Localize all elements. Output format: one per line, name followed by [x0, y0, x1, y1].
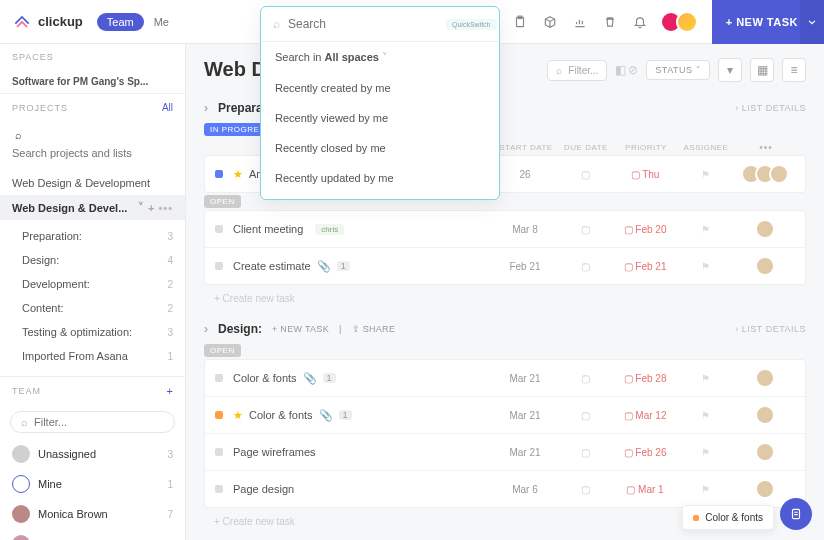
assignees[interactable] — [735, 405, 795, 425]
assignees[interactable] — [735, 479, 795, 499]
list-details[interactable]: › LIST DETAILS — [735, 103, 806, 113]
tag[interactable]: chris — [315, 224, 344, 235]
new-task-dropdown[interactable] — [800, 0, 824, 44]
toggle-icons[interactable]: ◧⊘ — [615, 63, 638, 77]
add-team-icon[interactable]: + — [167, 385, 173, 397]
sidebar-list[interactable]: Development:2 — [0, 272, 185, 296]
filter-icon-button[interactable]: ▾ — [718, 58, 742, 82]
team-filter[interactable]: ⌕ — [10, 411, 175, 433]
search-scope[interactable]: Search in All spaces ˅ — [261, 42, 499, 73]
sidebar-list[interactable]: Design:4 — [0, 248, 185, 272]
sidebar-list[interactable]: Testing & optimization:3 — [0, 320, 185, 344]
priority-flag[interactable]: ⚑ — [675, 410, 735, 421]
logo[interactable]: clickup — [12, 12, 83, 32]
section-share[interactable]: ⇪ SHARE — [352, 324, 396, 334]
task-row[interactable]: Page wireframes Mar 21 ▢ ▢ Feb 26 ⚑ — [205, 434, 805, 471]
priority-flag[interactable]: ⚑ — [675, 484, 735, 495]
task-table: Color & fonts 📎 1 Mar 21 ▢ ▢ Feb 28 ⚑ ★ … — [204, 359, 806, 508]
quickswitch-badge[interactable]: QuickSwitch — [446, 19, 497, 30]
more-icon[interactable]: ••• — [158, 202, 173, 214]
priority-flag[interactable]: ⚑ — [675, 373, 735, 384]
team-filter-input[interactable] — [34, 416, 172, 428]
notepad-fab[interactable] — [780, 498, 812, 530]
list-details[interactable]: › LIST DETAILS — [735, 324, 806, 334]
assignees[interactable] — [735, 256, 795, 276]
due-date[interactable]: ▢ Feb 26 — [615, 447, 675, 458]
assignees[interactable] — [735, 368, 795, 388]
attachment-icon: 📎 — [317, 260, 331, 273]
sidebar-project[interactable]: Web Design & Development — [0, 171, 185, 195]
due-date[interactable]: ▢ Mar 12 — [615, 410, 675, 421]
status-dropdown[interactable]: STATUS ˅ — [646, 60, 710, 80]
search-option[interactable]: Recently viewed by me — [261, 103, 499, 133]
start-date[interactable]: ▢ — [555, 261, 615, 272]
due-date[interactable]: ▢ Feb 21 — [615, 261, 675, 272]
task-table: Client meeting chris Mar 8 ▢ ▢ Feb 20 ⚑ … — [204, 210, 806, 285]
task-row[interactable]: Color & fonts 📎 1 Mar 21 ▢ ▢ Feb 28 ⚑ — [205, 360, 805, 397]
task-row[interactable]: ★ Color & fonts 📎 1 Mar 21 ▢ ▢ Mar 12 ⚑ — [205, 397, 805, 434]
box-icon[interactable] — [542, 14, 558, 30]
plus-icon[interactable]: + — [148, 202, 154, 214]
subtask-count: 1 — [337, 261, 350, 271]
start-date[interactable]: ▢ — [555, 224, 615, 235]
projects-search-input[interactable] — [10, 143, 175, 163]
due-date[interactable]: ▢ Feb 20 — [615, 224, 675, 235]
minimized-task-card[interactable]: Color & fonts — [682, 505, 774, 530]
global-search-input[interactable] — [288, 17, 438, 31]
status-bullet — [215, 485, 223, 493]
breadcrumb[interactable]: Software for PM Gang's Sp... — [0, 70, 185, 94]
search-option[interactable]: Recently created by me — [261, 73, 499, 103]
updated-date: Mar 8 — [495, 224, 555, 235]
chart-icon[interactable] — [572, 14, 588, 30]
assignees[interactable] — [735, 164, 795, 184]
create-task[interactable]: + Create new task — [204, 285, 806, 312]
section-header[interactable]: ›Design:+ NEW TASK|⇪ SHARE› LIST DETAILS — [204, 312, 806, 342]
priority-flag[interactable]: ⚑ — [675, 447, 735, 458]
search-option[interactable]: Recently updated by me — [261, 163, 499, 193]
assignees[interactable] — [735, 442, 795, 462]
bell-icon[interactable] — [632, 14, 648, 30]
sidebar-list[interactable]: Imported From Asana1 — [0, 344, 185, 368]
me-link[interactable]: Me — [154, 16, 169, 28]
projects-search[interactable]: ⌕ — [0, 121, 185, 169]
task-row[interactable]: Create estimate 📎 1 Feb 21 ▢ ▢ Feb 21 ⚑ — [205, 248, 805, 284]
sidebar-project[interactable]: Web Design & Devel...˅+••• — [0, 195, 185, 220]
view-button[interactable]: ▦ — [750, 58, 774, 82]
team-member[interactable]: Unassigned3 — [0, 439, 185, 469]
more-button[interactable]: ≡ — [782, 58, 806, 82]
priority-flag[interactable]: ⚑ — [675, 261, 735, 272]
team-pill[interactable]: Team — [97, 13, 144, 31]
new-task-button[interactable]: + NEW TASK — [712, 0, 812, 44]
more-icon[interactable]: ••• — [736, 142, 796, 153]
priority-flag[interactable]: ⚑ — [675, 224, 735, 235]
sidebar-list[interactable]: Content:2 — [0, 296, 185, 320]
updated-date: Mar 21 — [495, 373, 555, 384]
section-header[interactable]: ›Development:+ NEW TASK|⇪ SHARE› LIST DE… — [204, 535, 806, 540]
user-avatars[interactable] — [666, 11, 698, 33]
sidebar-list[interactable]: Preparation:3 — [0, 224, 185, 248]
section-new-task[interactable]: + NEW TASK — [272, 324, 329, 334]
clipboard-icon[interactable] — [512, 14, 528, 30]
team-member[interactable]: Walter Banks6 — [0, 529, 185, 540]
task-row[interactable]: Page design Mar 6 ▢ ▢ Mar 1 ⚑ — [205, 471, 805, 507]
filter-box[interactable]: ⌕Filter... — [547, 60, 607, 81]
start-date[interactable]: ▢ — [555, 169, 615, 180]
status-pill: OPEN — [204, 195, 241, 208]
updated-date: Mar 21 — [495, 410, 555, 421]
due-date[interactable]: ▢ Feb 28 — [615, 373, 675, 384]
due-date[interactable]: ▢ Thu — [615, 169, 675, 180]
avatar — [769, 164, 789, 184]
projects-all-link[interactable]: All — [162, 102, 173, 113]
team-member[interactable]: Mine1 — [0, 469, 185, 499]
task-row[interactable]: Client meeting chris Mar 8 ▢ ▢ Feb 20 ⚑ — [205, 211, 805, 248]
assignees[interactable] — [735, 219, 795, 239]
trash-icon[interactable] — [602, 14, 618, 30]
start-date[interactable]: ▢ — [555, 447, 615, 458]
start-date[interactable]: ▢ — [555, 373, 615, 384]
due-date[interactable]: ▢ Mar 1 — [615, 484, 675, 495]
start-date[interactable]: ▢ — [555, 484, 615, 495]
start-date[interactable]: ▢ — [555, 410, 615, 421]
team-member[interactable]: Monica Brown7 — [0, 499, 185, 529]
priority-flag[interactable]: ⚑ — [675, 169, 735, 180]
search-option[interactable]: Recently closed by me — [261, 133, 499, 163]
